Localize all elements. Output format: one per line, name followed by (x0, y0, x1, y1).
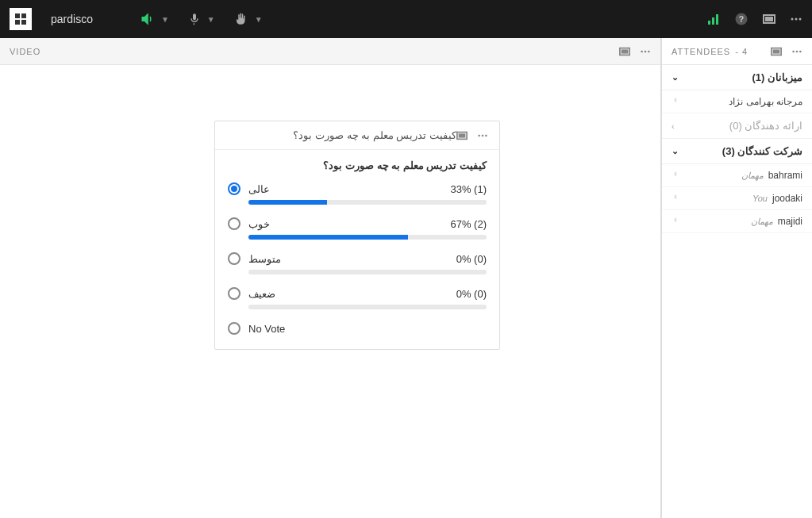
chevron-down-icon[interactable]: ▼ (255, 15, 263, 24)
poll-card: کیفیت تدریس معلم به چه صورت بود؟ کیفیت ت… (214, 121, 500, 350)
poll-option: عالی33% (1) (228, 182, 487, 205)
svg-point-23 (792, 50, 795, 52)
hand-icon[interactable] (234, 12, 248, 26)
svg-point-13 (641, 50, 643, 52)
poll-option-stats: 0% (0) (456, 253, 487, 265)
app-logo (10, 8, 32, 30)
poll-radio[interactable] (228, 217, 241, 230)
svg-point-24 (796, 50, 799, 52)
speaker-icon[interactable] (140, 12, 155, 26)
chevron-down-icon[interactable]: ▼ (207, 15, 215, 24)
svg-text:?: ? (739, 14, 744, 24)
svg-rect-17 (460, 134, 465, 137)
attendees-section-header[interactable]: میزبانان (1)⌄ (662, 65, 812, 90)
poll-radio[interactable] (228, 287, 241, 300)
help-icon[interactable]: ? (734, 12, 749, 26)
poll-radio[interactable] (228, 252, 241, 265)
video-body: کیفیت تدریس معلم به چه صورت بود؟ کیفیت ت… (0, 65, 660, 518)
poll-radio[interactable] (228, 182, 241, 195)
poll-bar (248, 200, 487, 205)
poll-bar-fill (248, 235, 408, 240)
svg-point-8 (791, 18, 794, 21)
poll-option-label: No Vote (248, 323, 285, 335)
svg-point-25 (799, 50, 802, 52)
poll-option-stats: 33% (1) (450, 183, 487, 195)
section-title: شرکت کنندگان (3) (722, 145, 802, 157)
poll-bar (248, 270, 487, 274)
svg-point-15 (648, 50, 650, 52)
poll-question: کیفیت تدریس معلم به چه صورت بود؟ (228, 159, 487, 171)
attendee-name: bahrami (768, 170, 802, 181)
attendee-role: مهمان (751, 217, 773, 227)
poll-option-label: عالی (248, 183, 270, 195)
more-icon[interactable] (640, 46, 651, 57)
attendees-section-header[interactable]: ارائه دهندگان (0)› (662, 113, 812, 139)
poll-option-label: ضعیف (248, 288, 275, 300)
fullscreen-icon[interactable] (763, 13, 775, 25)
section-title: ارائه دهندگان (0) (729, 120, 802, 132)
attendees-section-header[interactable]: شرکت کنندگان (3)⌄ (662, 139, 812, 164)
speaker-control[interactable]: ▼ (140, 12, 169, 26)
mic-icon[interactable] (188, 13, 201, 25)
attendee-role: مهمان (741, 171, 764, 181)
attendee-item[interactable]: joodakiYou (662, 187, 812, 210)
poll-radio[interactable] (228, 322, 241, 335)
attendee-item[interactable]: bahramiمهمان (662, 164, 812, 187)
attendees-header: ATTENDEES - 4 (662, 38, 812, 65)
poll-bar-fill (248, 200, 327, 205)
poll-option-stats: 67% (2) (450, 218, 487, 230)
section-title: میزبانان (1) (752, 71, 802, 83)
poll-titlebar: کیفیت تدریس معلم به چه صورت بود؟ (215, 121, 499, 150)
poll-option-label: متوسط (248, 253, 281, 265)
svg-rect-3 (716, 14, 718, 25)
svg-point-18 (478, 134, 480, 136)
chevron-icon: ⌄ (672, 146, 679, 156)
more-icon[interactable] (790, 13, 802, 25)
poll-option: متوسط0% (0) (228, 252, 487, 274)
svg-point-9 (795, 18, 798, 21)
svg-point-10 (799, 18, 802, 21)
connection-icon[interactable] (707, 13, 720, 25)
poll-option: خوب67% (2) (228, 217, 487, 240)
more-icon[interactable] (477, 130, 488, 141)
mic-icon (672, 171, 679, 179)
attendee-role: You (752, 194, 768, 203)
poll-bar (248, 235, 487, 240)
svg-rect-7 (766, 17, 772, 21)
attendee-name: joodaki (772, 193, 802, 204)
mic-icon (672, 217, 679, 225)
attendees-count: - 4 (735, 47, 748, 56)
chevron-icon: › (672, 121, 675, 131)
video-panel-header: VIDEO (0, 38, 660, 65)
poll-option-stats: 0% (0) (456, 288, 487, 300)
raise-hand-control[interactable]: ▼ (234, 12, 263, 26)
fullscreen-icon[interactable] (619, 46, 630, 57)
attendee-name: مرجانه بهرامی نژاد (729, 96, 802, 107)
poll-option-label: خوب (248, 218, 270, 230)
attendee-name: majidi (778, 216, 802, 227)
attendee-item[interactable]: majidiمهمان (662, 210, 812, 233)
svg-rect-12 (622, 50, 628, 53)
fullscreen-icon[interactable] (456, 130, 468, 141)
poll-title: کیفیت تدریس معلم به چه صورت بود؟ (226, 129, 456, 141)
mic-control[interactable]: ▼ (188, 13, 215, 25)
poll-option: ضعیف0% (0) (228, 287, 487, 309)
attendees-title: ATTENDEES (672, 47, 730, 56)
svg-rect-1 (708, 21, 710, 25)
mic-icon (672, 194, 679, 202)
attendees-panel: ATTENDEES - 4 میزبانان (1)⌄مرجانه بهرامی… (661, 38, 812, 518)
chevron-down-icon[interactable]: ▼ (161, 15, 169, 24)
poll-option: No Vote (228, 322, 487, 335)
svg-point-14 (645, 50, 647, 52)
more-icon[interactable] (791, 46, 802, 57)
chevron-icon: ⌄ (672, 72, 679, 82)
attendee-item[interactable]: مرجانه بهرامی نژاد (662, 90, 812, 113)
poll-bar (248, 305, 487, 309)
video-panel-title: VIDEO (10, 47, 40, 56)
svg-point-20 (485, 134, 487, 136)
svg-point-19 (482, 134, 484, 136)
svg-rect-22 (774, 50, 779, 53)
fullscreen-icon[interactable] (771, 46, 782, 57)
svg-rect-2 (712, 17, 714, 25)
room-name: pardisco (51, 13, 93, 25)
